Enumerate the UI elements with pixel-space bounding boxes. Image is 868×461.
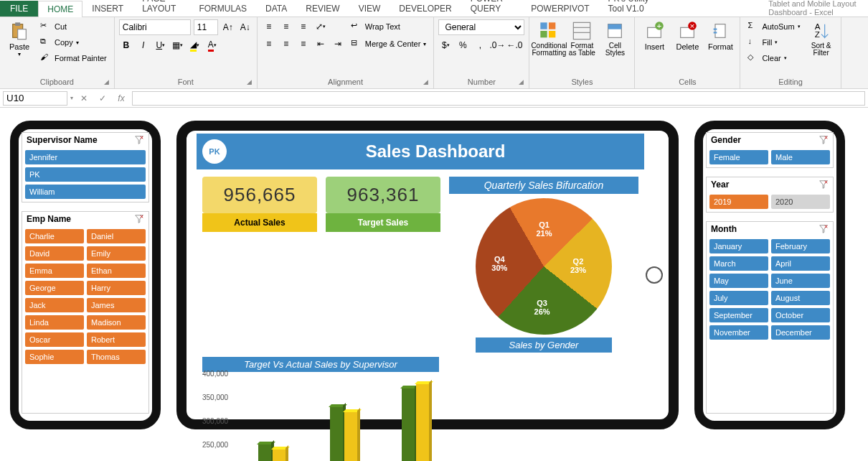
alignment-launcher[interactable]: ◢: [423, 78, 432, 87]
cancel-formula-icon[interactable]: ✕: [76, 93, 92, 103]
slicer-item[interactable]: James: [87, 298, 146, 312]
worksheet[interactable]: Supervisor Name JenniferPKWilliam Emp Na…: [0, 108, 868, 442]
slicer-item[interactable]: 2019: [709, 195, 768, 209]
font-launcher[interactable]: ◢: [247, 78, 255, 87]
slicer-item[interactable]: Thomas: [87, 350, 146, 364]
decrease-decimal-icon[interactable]: ←.0: [507, 38, 522, 52]
autosum-button[interactable]: ΣAutoSum▾: [745, 19, 803, 34]
comma-icon[interactable]: ,: [473, 38, 487, 52]
font-name-combo[interactable]: [119, 19, 191, 35]
clear-filter-icon[interactable]: [134, 135, 144, 145]
slicer-item[interactable]: Sophie: [25, 350, 84, 364]
clear-filter-icon[interactable]: [819, 135, 829, 145]
clear-filter-icon[interactable]: [134, 214, 144, 224]
slicer-item[interactable]: William: [25, 185, 146, 199]
fx-icon[interactable]: fx: [113, 93, 129, 103]
cut-button[interactable]: ✂Cut: [37, 19, 110, 34]
fill-button[interactable]: ↓Fill▾: [745, 35, 803, 50]
slicer-item[interactable]: February: [771, 239, 830, 253]
slicer-item[interactable]: Jennifer: [25, 150, 146, 164]
decrease-font-icon[interactable]: A↓: [238, 20, 253, 34]
slicer-item[interactable]: Robert: [87, 332, 146, 347]
decrease-indent-icon[interactable]: ⇤: [313, 37, 328, 51]
cell-styles-button[interactable]: Cell Styles: [600, 19, 630, 57]
bold-button[interactable]: B: [119, 38, 133, 52]
slicer-item[interactable]: 2020: [771, 195, 830, 209]
tab-view[interactable]: VIEW: [349, 0, 390, 17]
format-as-table-button[interactable]: Format as Table: [567, 19, 597, 57]
slicer-item[interactable]: November: [709, 325, 768, 340]
slicer-item[interactable]: September: [709, 308, 768, 322]
slicer-item[interactable]: July: [709, 291, 768, 305]
currency-icon[interactable]: $▾: [438, 38, 453, 52]
formula-input[interactable]: [132, 91, 865, 106]
align-right-icon[interactable]: ≡: [296, 37, 311, 51]
file-tab[interactable]: FILE: [0, 1, 38, 17]
name-box[interactable]: [3, 91, 67, 106]
fill-color-button[interactable]: ◢▾: [188, 38, 202, 52]
tab-pk-utility[interactable]: PK's Utility Tool V1.0: [599, 0, 669, 17]
tab-developer[interactable]: DEVELOPER: [390, 0, 461, 17]
tab-insert[interactable]: INSERT: [82, 0, 133, 17]
tab-power-query[interactable]: POWER QUERY: [461, 0, 522, 17]
slicer-item[interactable]: October: [771, 308, 830, 322]
number-launcher[interactable]: ◢: [519, 78, 527, 87]
enter-formula-icon[interactable]: ✓: [95, 93, 110, 103]
tab-review[interactable]: REVIEW: [296, 0, 349, 17]
slicer-item[interactable]: Jack: [25, 298, 84, 312]
delete-cells-button[interactable]: ×Delete: [672, 19, 702, 51]
format-cells-button[interactable]: Format: [705, 19, 735, 51]
font-size-combo[interactable]: [194, 19, 218, 35]
clear-filter-icon[interactable]: [819, 180, 829, 190]
copy-button[interactable]: ⧉Copy▾: [37, 35, 110, 50]
insert-cells-button[interactable]: +Insert: [639, 19, 669, 51]
wrap-text-button[interactable]: ↩Wrap Text: [348, 19, 430, 34]
slicer-item[interactable]: March: [709, 256, 768, 271]
home-button-icon[interactable]: [646, 266, 663, 284]
increase-indent-icon[interactable]: ⇥: [331, 37, 345, 51]
slicer-item[interactable]: PK: [25, 167, 146, 182]
slicer-item[interactable]: David: [25, 246, 84, 261]
slicer-item[interactable]: August: [771, 291, 830, 305]
slicer-item[interactable]: Emily: [87, 246, 146, 261]
tab-powerpivot[interactable]: POWERPIVOT: [522, 0, 598, 17]
align-center-icon[interactable]: ≡: [279, 37, 293, 51]
merge-center-button[interactable]: ⊟Merge & Center▾: [348, 37, 430, 51]
tab-data[interactable]: DATA: [256, 0, 296, 17]
tab-formulas[interactable]: FORMULAS: [189, 0, 256, 17]
slicer-item[interactable]: Male: [771, 150, 830, 164]
tab-home[interactable]: HOME: [38, 1, 82, 17]
align-bottom-icon[interactable]: ≡: [296, 19, 311, 34]
slicer-item[interactable]: Ethan: [87, 264, 146, 278]
slicer-item[interactable]: June: [771, 274, 830, 288]
slicer-item[interactable]: George: [25, 281, 84, 295]
clipboard-launcher[interactable]: ◢: [104, 78, 113, 87]
slicer-body[interactable]: CharlieDanielDavidEmilyEmmaEthanGeorgeHa…: [22, 226, 148, 367]
slicer-item[interactable]: May: [709, 274, 768, 288]
slicer-item[interactable]: December: [771, 325, 830, 340]
italic-button[interactable]: I: [136, 38, 151, 52]
slicer-item[interactable]: Harry: [87, 281, 146, 295]
orientation-icon[interactable]: ⤢▾: [313, 19, 328, 34]
increase-decimal-icon[interactable]: .0→: [490, 38, 504, 52]
font-color-button[interactable]: A▾: [205, 38, 220, 52]
clear-button[interactable]: ◇Clear▾: [745, 51, 803, 65]
format-painter-button[interactable]: 🖌Format Painter: [37, 51, 110, 65]
slicer-item[interactable]: Oscar: [25, 332, 84, 347]
align-left-icon[interactable]: ≡: [262, 37, 276, 51]
slicer-item[interactable]: Madison: [87, 315, 146, 330]
align-top-icon[interactable]: ≡: [262, 19, 276, 34]
number-format-select[interactable]: General: [438, 19, 524, 35]
slicer-item[interactable]: Linda: [25, 315, 84, 330]
slicer-item[interactable]: Charlie: [25, 229, 84, 243]
increase-font-icon[interactable]: A↑: [221, 20, 235, 34]
percent-icon[interactable]: %: [456, 38, 470, 52]
slicer-item[interactable]: Emma: [25, 264, 84, 278]
align-middle-icon[interactable]: ≡: [279, 19, 293, 34]
tab-page-layout[interactable]: PAGE LAYOUT: [133, 0, 189, 17]
slicer-item[interactable]: January: [709, 239, 768, 253]
slicer-item[interactable]: Female: [709, 150, 768, 164]
slicer-item[interactable]: Daniel: [87, 229, 146, 243]
conditional-formatting-button[interactable]: Conditional Formatting: [534, 19, 564, 57]
slicer-item[interactable]: April: [771, 256, 830, 271]
